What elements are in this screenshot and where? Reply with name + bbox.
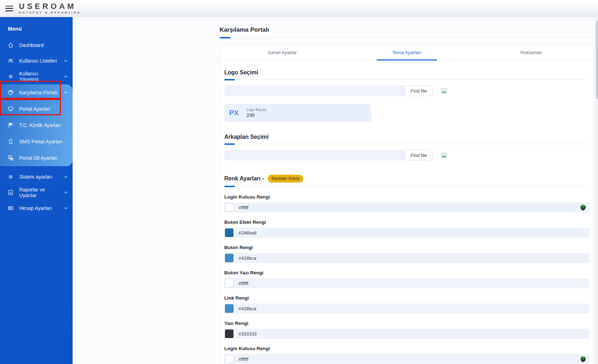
- colors-section-title: Renk Ayarları -: [224, 175, 264, 182]
- sidebar-item-label: Sistem ayarları: [19, 174, 52, 180]
- background-file-picker: Find file: [224, 150, 432, 160]
- sidebar-item-label: Kullanıcı Listeleri: [19, 58, 57, 64]
- color-hex-value: #428bca: [238, 255, 256, 261]
- home-icon: [8, 42, 14, 48]
- chevron-down-icon: [64, 191, 68, 194]
- flag-icon: [8, 122, 14, 128]
- color-swatch[interactable]: [225, 329, 234, 338]
- sidebar-expanded-group: Karşılama Portalı Portal Ayarları T.C. K…: [0, 84, 73, 166]
- sidebar-item-label: Raporlar ve Uyarılar: [19, 187, 58, 198]
- chevron-down-icon: [64, 206, 68, 210]
- color-swatch[interactable]: [225, 228, 234, 237]
- top-header-bar: USEROAM HOTSPOT & REPORTING: [0, 0, 598, 17]
- scrollbar-track[interactable]: [595, 17, 598, 364]
- logo-file-input[interactable]: [224, 85, 405, 96]
- chevron-down-icon: [64, 59, 68, 63]
- reset-colors-button[interactable]: Renkleri Sıfırla: [268, 175, 304, 183]
- sidebar: Menü Dashboard Kullanıcı Listeleri Kulla…: [0, 17, 73, 364]
- color-hex-value: #ffffff: [238, 357, 248, 362]
- tab-genel-ayarlar[interactable]: Genel Ayarlar: [220, 45, 345, 60]
- sidebar-item-hesap-ayarlari[interactable]: Hesap Ayarları: [0, 200, 73, 216]
- color-swatch[interactable]: [225, 203, 234, 212]
- px-unit-label: PX: [229, 109, 239, 117]
- sidebar-subitem-tc-kimlik-ayarlari[interactable]: T.C. Kimlik Ayarları: [0, 117, 73, 133]
- color-field-buton-rengi[interactable]: #428bca: [224, 253, 589, 263]
- gear-icon: [8, 174, 14, 180]
- color-field-label: Link Rengi: [224, 295, 589, 301]
- app-logo: USEROAM HOTSPOT & REPORTING: [19, 2, 81, 14]
- section-accent-bar: [224, 143, 235, 145]
- color-field-yazi-rengi[interactable]: #333333: [224, 329, 589, 339]
- color-hex-value: #246ba8: [238, 230, 257, 236]
- users-icon: [8, 58, 14, 64]
- sidebar-subitem-portal-dil-ayarlari[interactable]: A Portal Dil Ayarları: [0, 150, 73, 166]
- color-field-label: Login Kutusu Rengi: [224, 346, 589, 351]
- hamburger-menu-icon[interactable]: [5, 6, 13, 11]
- settings-card: Genel Ayarlar Tema Ayarları Reklamlar Lo…: [220, 45, 594, 364]
- color-field-label: Buton Rengi: [224, 245, 589, 250]
- logo-size-field[interactable]: PX Logo Boyutu 230: [224, 104, 371, 122]
- section-accent-bar: [224, 186, 235, 187]
- color-hex-value: #ffffff: [238, 205, 248, 210]
- mobile-icon: [8, 139, 14, 144]
- sidebar-subitem-sms-portal-ayarlari[interactable]: SMS Portal Ayarları: [0, 133, 73, 150]
- monitor-icon: [8, 106, 14, 112]
- color-field-link-rengi[interactable]: #428bca: [224, 304, 589, 313]
- gear-icon: [8, 74, 14, 79]
- logo-file-picker: Find file: [224, 85, 432, 96]
- broken-image-icon: [441, 88, 447, 94]
- background-section-title: Arkaplan Seçimi: [224, 134, 589, 140]
- broken-image-icon: [441, 153, 447, 158]
- main-content: Karşılama Portalı Genel Ayarlar Tema Aya…: [73, 17, 598, 364]
- color-swatch[interactable]: [225, 355, 234, 363]
- logo-find-file-button[interactable]: Find file: [405, 85, 432, 96]
- sidebar-item-raporlar-ve-uyarilar[interactable]: Raporlar ve Uyarılar: [0, 185, 73, 200]
- id-card-icon: [8, 205, 14, 211]
- sidebar-item-kullanici-listeleri[interactable]: Kullanıcı Listeleri: [0, 53, 73, 69]
- chevron-down-icon: [64, 75, 68, 78]
- scrollbar-thumb[interactable]: [596, 21, 598, 99]
- tab-bar: Genel Ayarlar Tema Ayarları Reklamlar: [220, 45, 593, 60]
- color-hex-value: #ffffff: [238, 281, 248, 286]
- sidebar-item-label: T.C. Kimlik Ayarları: [19, 122, 61, 128]
- sidebar-item-label: Portal Dil Ayarları: [19, 155, 58, 161]
- logo-size-label: Logo Boyutu: [247, 108, 267, 112]
- sidebar-item-sistem-ayarlari[interactable]: Sistem ayarları: [0, 169, 73, 185]
- color-swatch[interactable]: [225, 254, 234, 262]
- sidebar-item-label: Hesap Ayarları: [19, 205, 52, 211]
- color-field-login-kutusu-rengi-2[interactable]: #ffffff: [224, 354, 589, 364]
- color-field-label: Login Kutusu Rengi: [224, 194, 589, 200]
- sidebar-item-kullanici-yonetimi[interactable]: Kullanıcı Yönetimi: [0, 69, 73, 84]
- logo-subtitle: HOTSPOT & REPORTING: [19, 11, 81, 14]
- logo-title: USEROAM: [19, 2, 81, 10]
- sidebar-menu-heading: Menü: [0, 23, 73, 37]
- color-field-buton-yazi-rengi[interactable]: #ffffff: [224, 278, 589, 288]
- sidebar-subitem-portal-ayarlari[interactable]: Portal Ayarları: [0, 101, 73, 117]
- password-shield-icon[interactable]: [580, 204, 586, 211]
- sidebar-item-dashboard[interactable]: Dashboard: [0, 37, 73, 53]
- color-swatch[interactable]: [225, 304, 234, 313]
- page-title: Karşılama Portalı: [220, 26, 594, 33]
- sidebar-item-karsilama-portali[interactable]: Karşılama Portalı: [0, 84, 73, 101]
- chevron-up-icon: [64, 91, 68, 94]
- tab-reklamlar[interactable]: Reklamlar: [469, 45, 593, 60]
- tab-tema-ayarlari[interactable]: Tema Ayarları: [345, 45, 469, 60]
- sidebar-item-label: SMS Portal Ayarları: [19, 139, 63, 144]
- color-field-buton-efekt-rengi[interactable]: #246ba8: [224, 228, 589, 238]
- palette-icon: [8, 90, 14, 95]
- logo-size-value: 230: [247, 112, 267, 118]
- color-hex-value: #333333: [238, 331, 257, 337]
- sidebar-item-label: Karşılama Portalı: [19, 90, 57, 95]
- color-field-login-kutusu-rengi[interactable]: #ffffff: [224, 202, 589, 212]
- chevron-down-icon: [64, 175, 68, 179]
- sidebar-item-label: Portal Ayarları: [19, 106, 51, 112]
- color-hex-value: #428bca: [238, 306, 256, 311]
- color-field-label: Buton Efekt Rengi: [224, 220, 589, 225]
- title-accent-bar: [220, 37, 230, 38]
- background-find-file-button[interactable]: Find file: [405, 150, 432, 160]
- color-field-label: Buton Yazı Rengi: [224, 270, 589, 275]
- background-file-input[interactable]: [224, 150, 405, 160]
- color-swatch[interactable]: [225, 279, 234, 287]
- password-shield-icon[interactable]: [580, 356, 586, 362]
- sidebar-item-label: Dashboard: [19, 42, 44, 48]
